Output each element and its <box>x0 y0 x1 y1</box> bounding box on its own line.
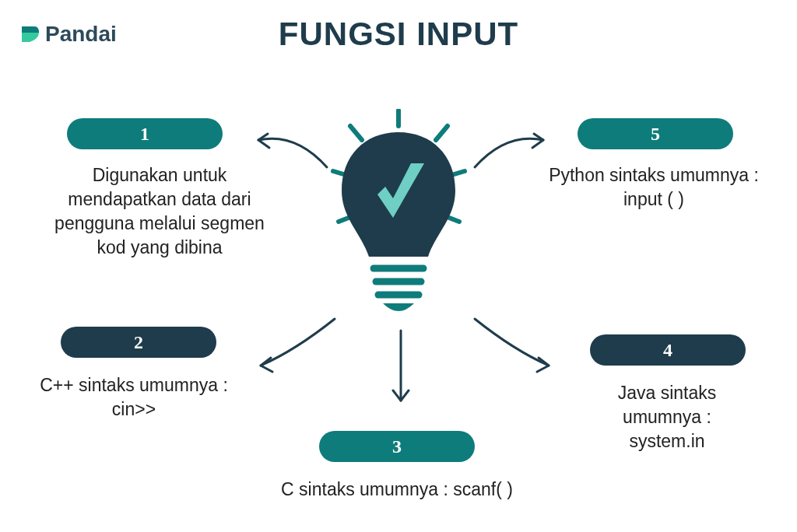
badge-4-num: 4 <box>663 340 672 361</box>
page-title: FUNGSI INPUT <box>0 16 797 53</box>
arrow-to-3 <box>385 327 416 412</box>
desc-5: Python sintaks umumnya : input ( ) <box>545 163 763 212</box>
badge-3-num: 3 <box>392 436 402 457</box>
lightbulb-icon <box>327 109 471 327</box>
badge-3: 3 <box>319 431 475 462</box>
desc-4: Java sintaks umumnya : system.in <box>585 381 749 453</box>
desc-3: C sintaks umumnya : scanf( ) <box>233 478 560 502</box>
badge-5: 5 <box>578 118 733 149</box>
desc-1: Digunakan untuk mendapatkan data dari pe… <box>47 163 272 260</box>
badge-5-num: 5 <box>651 124 660 145</box>
badge-2: 2 <box>61 327 216 358</box>
svg-line-1 <box>350 126 362 140</box>
badge-4: 4 <box>590 334 746 366</box>
svg-line-2 <box>436 126 448 140</box>
badge-1: 1 <box>67 118 223 149</box>
arrow-to-5 <box>467 124 553 179</box>
desc-2: C++ sintaks umumnya : cin>> <box>17 373 251 422</box>
arrow-to-2 <box>249 311 342 381</box>
badge-1-num: 1 <box>140 124 149 145</box>
arrow-to-4 <box>467 311 560 381</box>
badge-2-num: 2 <box>134 332 143 353</box>
